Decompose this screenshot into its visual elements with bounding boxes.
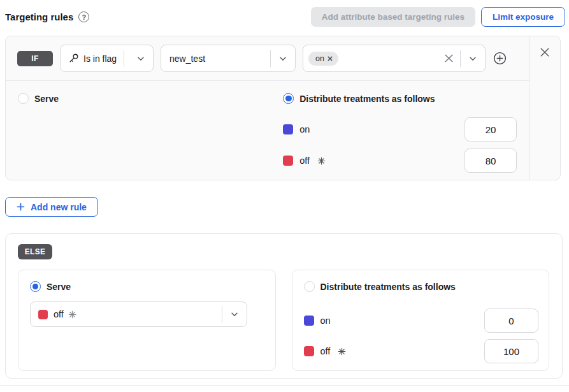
default-treatment-icon — [317, 157, 326, 165]
header: Targeting rules ? Add attribute based ta… — [0, 0, 569, 36]
default-distribute-radio[interactable] — [304, 281, 315, 292]
plus-icon — [17, 203, 25, 211]
treatment-color-swatch — [38, 310, 48, 319]
flag-select-value: new_test — [169, 54, 205, 64]
treatment-name: off — [321, 346, 331, 356]
distribute-option[interactable]: Distribute treatments as follows — [283, 93, 517, 104]
chevron-down-icon — [271, 54, 295, 63]
treatment-percentage-input[interactable] — [465, 117, 517, 142]
remove-tag-icon[interactable] — [328, 56, 333, 61]
treatment-row-on: on — [304, 309, 539, 333]
serve-option[interactable]: Serve — [18, 93, 283, 104]
section-divider — [0, 385, 569, 386]
default-treatment-icon — [338, 347, 346, 356]
default-rule-card: ELSE Serve off Di — [5, 233, 563, 379]
treatment-name: on — [321, 316, 331, 326]
value-tag-label: on — [315, 54, 324, 63]
treatment-row-off: off — [283, 149, 517, 173]
default-treatment-select[interactable]: off — [30, 301, 247, 327]
else-badge: ELSE — [18, 244, 52, 259]
treatment-row-off: off — [304, 339, 539, 363]
default-serve-radio[interactable] — [30, 281, 41, 292]
treatment-name: off — [54, 309, 64, 319]
add-condition-icon[interactable] — [493, 51, 507, 66]
if-badge: IF — [17, 51, 53, 66]
treatment-color-swatch — [283, 124, 293, 134]
key-icon — [68, 53, 79, 64]
matcher-select[interactable]: Is in flag — [60, 45, 154, 72]
distribute-label: Distribute treatments as follows — [299, 94, 435, 104]
default-serve-label: Serve — [47, 282, 71, 292]
default-serve-option[interactable]: Serve — [30, 281, 265, 292]
targeting-rule-card: IF Is in flag new_test — [5, 36, 561, 180]
serve-radio[interactable] — [18, 93, 29, 104]
serve-label: Serve — [34, 94, 59, 104]
clear-input-icon[interactable] — [439, 54, 460, 63]
add-new-rule-label: Add new rule — [31, 202, 87, 212]
close-icon[interactable] — [540, 47, 550, 57]
treatment-row-on: on — [283, 117, 517, 142]
chevron-down-icon — [222, 310, 247, 319]
add-attribute-rules-button[interactable]: Add attribute based targeting rules — [311, 7, 475, 27]
rule-condition-row: IF Is in flag new_test — [6, 36, 529, 81]
default-distribute-panel: Distribute treatments as follows on off — [292, 270, 550, 371]
flag-select[interactable]: new_test — [161, 45, 296, 72]
treatment-name: on — [299, 124, 310, 134]
default-distribute-label: Distribute treatments as follows — [321, 282, 456, 292]
matcher-select-value: Is in flag — [83, 54, 117, 64]
limit-exposure-button[interactable]: Limit exposure — [481, 7, 565, 27]
rule-close-column — [529, 36, 560, 180]
treatment-percentage-input[interactable] — [484, 339, 538, 363]
default-serve-panel: Serve off — [18, 270, 276, 371]
distribute-radio[interactable] — [283, 93, 294, 104]
treatment-name: off — [299, 156, 310, 166]
treatment-percentage-input[interactable] — [484, 309, 538, 333]
treatment-values-input[interactable]: on — [303, 45, 486, 72]
treatment-color-swatch — [283, 156, 293, 166]
help-icon[interactable]: ? — [78, 11, 89, 22]
page-title: Targeting rules — [5, 11, 73, 22]
add-new-rule-button[interactable]: Add new rule — [5, 197, 98, 217]
treatment-percentage-input[interactable] — [465, 149, 517, 173]
default-distribute-option[interactable]: Distribute treatments as follows — [304, 281, 539, 292]
value-tag: on — [308, 52, 338, 66]
default-treatment-icon — [68, 310, 76, 319]
treatment-color-swatch — [304, 346, 314, 356]
treatment-color-swatch — [304, 316, 314, 326]
chevron-down-icon — [129, 54, 153, 63]
chevron-down-icon[interactable] — [461, 54, 485, 63]
